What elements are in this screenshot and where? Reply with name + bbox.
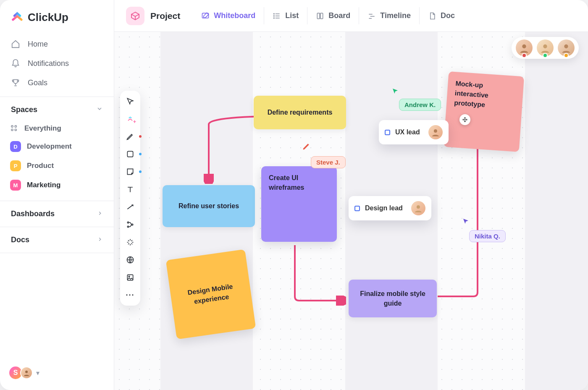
card-mockup[interactable]: Mock-up interactive prototype — [444, 71, 524, 152]
svg-point-26 — [564, 44, 568, 48]
tab-whiteboard-label: Whiteboard — [214, 11, 255, 20]
card-define[interactable]: Define requirements — [254, 96, 346, 129]
svg-point-27 — [434, 129, 437, 133]
svg-point-23 — [129, 276, 130, 277]
connector-tool[interactable] — [126, 202, 135, 212]
assignee-avatar[interactable] — [428, 125, 443, 139]
card-define-label: Define requirements — [268, 107, 333, 117]
card-mockup-label: Mock-up interactive prototype — [454, 79, 516, 112]
list-icon — [273, 12, 281, 20]
cursor-icon — [462, 217, 470, 227]
tab-board[interactable]: Board — [307, 7, 359, 24]
tab-list[interactable]: List — [264, 7, 307, 24]
tab-timeline[interactable]: Timeline — [359, 7, 419, 24]
svg-point-25 — [543, 44, 547, 48]
svg-point-9 — [274, 13, 275, 14]
app-logo[interactable]: ClickUp — [0, 10, 114, 33]
whiteboard-toolbar: + ··· — [120, 91, 140, 306]
nav-notifications[interactable]: Notifications — [5, 54, 109, 73]
svg-point-3 — [15, 129, 16, 131]
assignee-avatar[interactable] — [411, 201, 425, 215]
web-tool[interactable] — [126, 255, 135, 264]
space-marketing-label: Marketing — [27, 181, 60, 189]
space-development[interactable]: D Development — [0, 137, 114, 156]
presence-avatar[interactable] — [537, 39, 554, 56]
spaces-title: Spaces — [11, 105, 37, 114]
grid-icon — [10, 124, 18, 133]
branch-tool[interactable] — [126, 220, 135, 229]
svg-point-11 — [274, 18, 275, 18]
card-refine[interactable]: Refine user stories — [163, 185, 255, 227]
tab-doc[interactable]: Doc — [419, 7, 463, 24]
project-title-block[interactable]: Project — [126, 7, 180, 25]
project-cube-icon — [126, 7, 144, 25]
card-finalize[interactable]: Finalize mobile style guide — [349, 280, 437, 317]
whiteboard-icon — [201, 12, 210, 20]
task-ux-lead[interactable]: UX lead — [379, 120, 449, 144]
doc-icon — [428, 12, 436, 20]
card-mobile[interactable]: Design Mobile experience — [166, 249, 256, 340]
magic-tool[interactable] — [126, 238, 135, 247]
docs-nav[interactable]: Docs — [0, 230, 114, 250]
svg-point-20 — [131, 224, 133, 225]
pen-tool[interactable] — [126, 132, 135, 141]
space-product-label: Product — [27, 162, 54, 170]
shape-tool[interactable] — [126, 149, 135, 159]
svg-rect-13 — [320, 13, 323, 18]
presence-avatar[interactable] — [558, 39, 575, 56]
presence-avatar[interactable] — [516, 39, 533, 56]
more-tool[interactable]: ··· — [126, 291, 135, 300]
home-icon — [11, 39, 20, 49]
timeline-icon — [368, 12, 376, 20]
space-product[interactable]: P Product — [0, 156, 114, 175]
select-tool[interactable] — [126, 97, 135, 106]
nav-goals[interactable]: Goals — [5, 73, 109, 92]
tab-doc-label: Doc — [441, 11, 455, 20]
tab-timeline-label: Timeline — [380, 11, 411, 20]
sidebar: ClickUp Home Notifications Goals Spaces — [0, 0, 114, 390]
space-everything[interactable]: Everything — [0, 120, 114, 137]
dashboards-nav[interactable]: Dashboards — [0, 204, 114, 224]
move-handle-icon[interactable] — [459, 114, 470, 125]
card-wireframes-label: Create UI wireframes — [269, 173, 329, 192]
user-avatar-photo — [20, 366, 33, 379]
task-design-lead[interactable]: Design lead — [349, 196, 431, 220]
svg-point-10 — [274, 16, 275, 16]
chevron-right-icon — [97, 209, 103, 218]
text-tool[interactable] — [126, 185, 135, 194]
bell-icon — [11, 59, 20, 68]
nav-home-label: Home — [28, 40, 48, 49]
space-badge-p: P — [10, 160, 21, 171]
space-marketing[interactable]: M Marketing — [0, 175, 114, 195]
cursor-icon — [391, 87, 399, 97]
task-tool[interactable]: + — [126, 114, 135, 123]
svg-rect-12 — [318, 13, 320, 18]
spaces-header[interactable]: Spaces — [0, 99, 114, 120]
svg-point-2 — [11, 129, 13, 131]
space-badge-m: M — [10, 180, 21, 191]
chevron-down-icon — [96, 105, 103, 114]
checkbox-icon[interactable] — [354, 206, 360, 211]
nav-goals-label: Goals — [28, 79, 47, 87]
task-ux-label: UX lead — [395, 128, 420, 136]
nav-home[interactable]: Home — [5, 34, 109, 54]
card-finalize-label: Finalize mobile style guide — [356, 289, 429, 308]
user-menu[interactable]: S ▾ — [0, 362, 114, 383]
space-badge-d: D — [10, 141, 21, 152]
presence-bar[interactable] — [512, 37, 579, 59]
view-tabs: Whiteboard List Board Timeline Doc — [193, 7, 463, 24]
svg-point-0 — [11, 126, 13, 127]
sticky-tool[interactable] — [126, 167, 135, 176]
svg-rect-17 — [127, 151, 133, 157]
tab-board-label: Board — [328, 11, 350, 20]
task-design-label: Design lead — [365, 204, 403, 212]
checkbox-icon[interactable] — [385, 130, 390, 135]
tab-whiteboard[interactable]: Whiteboard — [193, 7, 264, 24]
whiteboard-canvas[interactable]: + ··· .presence .ava:nth-child(1)::after — [114, 32, 588, 390]
card-wireframes[interactable]: Create UI wireframes — [261, 166, 337, 242]
project-title: Project — [150, 11, 180, 21]
svg-point-19 — [127, 226, 129, 227]
image-tool[interactable] — [126, 273, 135, 282]
svg-point-1 — [15, 126, 16, 127]
brand-name: ClickUp — [28, 11, 68, 24]
